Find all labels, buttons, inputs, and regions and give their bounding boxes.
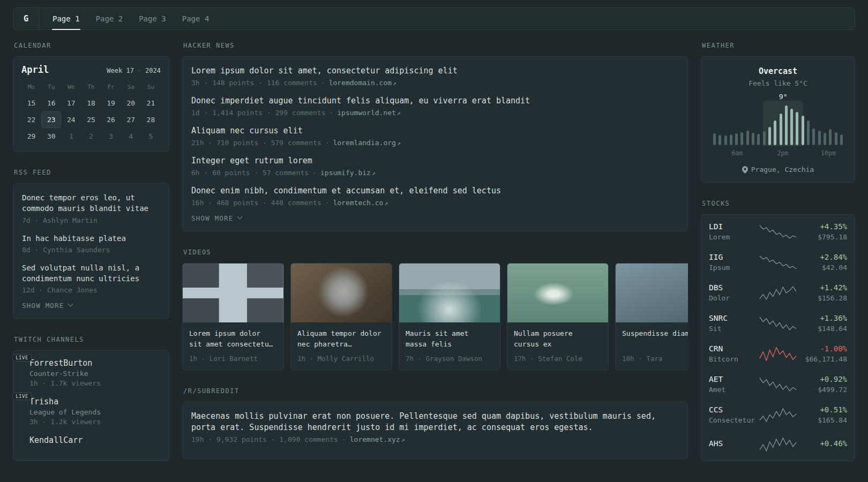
weather-condition: Overcast [710,66,846,76]
rss-item-title[interactable]: In hac habitasse platea [22,233,160,244]
stock-symbol: DBS [709,283,755,292]
hn-item-meta: 6h · 60 points · 57 comments · ipsumify.… [191,169,679,177]
subreddit-post-domain-link[interactable]: loremnet.xyz↗ [350,435,405,443]
hn-item-domain-link[interactable]: loremlandia.org↗ [333,139,400,147]
video-thumbnail [399,263,500,322]
hn-item-domain: ipsumworld.net [337,109,396,117]
hn-item-domain: loremdomain.com [329,79,392,87]
stock-row[interactable]: IIG Ipsum +2.84% $42.04 [701,247,855,277]
stock-row[interactable]: AHS +0.46% [701,430,855,459]
calendar-year: 2024 [145,67,161,74]
video-card[interactable]: Mauris sit amet massa felis 7h · Grayson… [399,263,500,370]
calendar-day: 24 [61,111,81,128]
stock-sparkline-chart [759,315,797,332]
stock-row[interactable]: LDI Lorem +4.35% $795.18 [701,216,855,247]
twitch-channel-info: ForrestBurton Counter-Strike 1h · 1.7k v… [29,358,101,387]
hn-item-title[interactable]: Integer eget rutrum lorem [191,155,679,167]
hn-item: Integer eget rutrum lorem 6h · 60 points… [191,155,679,177]
stock-row[interactable]: SNRC Sit +1.36% $148.64 [701,308,855,338]
subreddit-post-domain: loremnet.xyz [350,435,400,443]
twitch-channel-row[interactable]: LIVE ForrestBurton Counter-Strike 1h · 1… [22,358,160,387]
dow-label: Mo [21,81,41,95]
calendar-month: April [21,64,49,75]
stock-values: +0.51% $165.84 [801,405,847,424]
weather-bar [812,129,815,145]
hn-item-meta-text: 3h · 148 points · 116 comments [191,79,317,87]
stocks-card: LDI Lorem +4.35% $795.18 IIG Ipsum [701,214,855,461]
calendar-day-headers: Mo Tu We Th Fr Sa Su [21,81,161,95]
stock-sparkline-chart [759,284,797,302]
rss-item-meta: 12d · Chance Jones [22,286,160,294]
calendar-day: 25 [81,111,101,128]
video-card[interactable]: Suspendisse diam 18h · Tara [615,263,688,370]
calendar-card: April Week 17 · 2024 Mo Tu We Th Fr Sa S… [13,56,169,152]
video-card[interactable]: Lorem ipsum dolor sit amet consectetu… 1… [182,263,284,370]
external-link-icon: ↗ [393,80,396,87]
hn-item-title[interactable]: Lorem ipsum dolor sit amet, consectetur … [191,65,679,77]
rss-section-title: RSS FEED [14,169,168,176]
video-card[interactable]: Nullam posuere cursus ex 17h · Stefan Co… [507,263,609,370]
twitch-channel-row[interactable]: KendallCarr [22,435,160,445]
stock-id: AHS [709,439,755,450]
hn-item-title[interactable]: Donec enim nibh, condimentum et accumsan… [191,185,679,197]
video-title: Aliquam tempor dolor nec pharetra… [297,328,385,350]
stock-values: +2.84% $42.04 [801,253,847,272]
rss-show-more-button[interactable]: SHOW MORE [22,302,72,310]
stocks-widget: STOCKS LDI Lorem +4.35% $795.18 IIG [701,200,855,461]
tab-page-3[interactable]: Page 3 [131,8,174,29]
weather-bar [785,106,788,145]
hn-item-title[interactable]: Aliquam nec cursus elit [191,125,679,137]
tab-page-4[interactable]: Page 4 [174,8,218,29]
stock-row[interactable]: CCS Consectetur +0.51% $165.84 [701,400,855,430]
stock-row[interactable]: CRN Bitcorn -1.00% $66,171.48 [701,338,855,369]
hn-item-domain-link[interactable]: loremdomain.com↗ [329,79,396,87]
dow-label: Tu [41,81,61,95]
stock-name: Dolor [709,294,755,302]
rss-item-meta: 8d · Cynthia Saunders [22,246,160,254]
weather-time-axis: 6am 2pm 10pm [710,149,846,158]
stock-name: Sit [709,325,755,333]
calendar-section-title: CALENDAR [14,42,168,49]
rss-item-title[interactable]: Donec tempor eros leo, ut commodo mauris… [22,192,160,214]
weather-bar [719,135,721,145]
hn-item-domain-link[interactable]: ipsumify.biz↗ [320,169,376,177]
hn-item: Donec enim nibh, condimentum et accumsan… [191,185,679,207]
app-logo: G [13,8,39,29]
stock-id: IIG Ipsum [709,253,755,272]
stock-symbol: SNRC [709,314,755,322]
hn-item-domain-link[interactable]: loremtech.co↗ [333,199,388,207]
rss-card: Donec tempor eros leo, ut commodo mauris… [13,183,169,319]
tab-page-2[interactable]: Page 2 [88,8,131,29]
twitch-channel-info: KendallCarr [29,435,83,445]
video-thumbnail [616,263,688,322]
hn-item: Lorem ipsum dolor sit amet, consectetur … [191,65,679,87]
stock-row[interactable]: AET Amet +0.92% $499.72 [701,369,855,400]
hn-item-title[interactable]: Donec imperdiet augue tincidunt felis al… [191,95,679,107]
twitch-channel-row[interactable]: LIVE Trisha League of Legends 3h · 1.2k … [22,397,160,426]
dow-label: Su [141,81,161,95]
rss-item-title[interactable]: Sed volutpat nulla nisl, a condimentum n… [22,262,160,284]
weather-bar [730,134,732,145]
weather-location: Prague, Czechia [710,165,846,174]
time-tick: 6am [731,149,743,157]
hn-item-domain-link[interactable]: ipsumworld.net↗ [337,109,400,117]
subreddit-post-meta-text: 19h · 9,932 points · 1,090 comments [191,435,338,443]
video-meta: 7h · Grayson Dawson [406,355,493,363]
hn-item: Donec imperdiet augue tincidunt felis al… [191,95,679,117]
tab-page-1[interactable]: Page 1 [44,8,88,29]
calendar-dates: 15 16 17 18 19 20 21 22 23 24 25 26 27 2… [21,95,161,145]
hn-show-more-button[interactable]: SHOW MORE [191,214,242,222]
weather-bar [746,131,749,145]
stock-row[interactable]: DBS Dolor +1.42% $156.28 [701,277,855,308]
hn-item-meta-text: 6h · 60 points · 57 comments [191,169,309,177]
rss-item-meta-text: 8d · Cynthia Saunders [22,246,110,254]
weather-feels-like: Feels like 5°C [710,79,846,87]
video-card[interactable]: Aliquam tempor dolor nec pharetra… 1h · … [290,263,392,370]
twitch-channel-meta: 3h · 1.2k viewers [29,418,101,426]
right-column: WEATHER Overcast Feels like 5°C 9° 6am 2… [701,42,855,478]
subreddit-post-title[interactable]: Maecenas mollis pulvinar erat non posuer… [191,411,679,433]
weather-bar-chart: 9° [713,106,843,145]
calendar-day: 22 [21,111,41,128]
calendar-day: 18 [81,95,101,111]
twitch-card: LIVE ForrestBurton Counter-Strike 1h · 1… [13,350,169,461]
